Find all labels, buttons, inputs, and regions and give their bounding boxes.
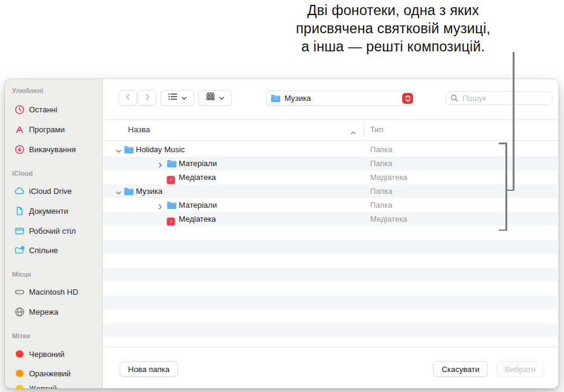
cloud-icon	[14, 186, 25, 196]
column-header-type[interactable]: Тип	[370, 125, 383, 134]
cancel-button[interactable]: Скасувати	[433, 361, 488, 377]
table-row[interactable]: Матеріали Папка	[103, 198, 559, 212]
callout-pointer-jog	[506, 190, 514, 191]
column-header-name[interactable]: Назва	[128, 125, 150, 134]
header-separator	[103, 140, 559, 141]
music-folder-icon: ♪	[271, 94, 281, 103]
main-area: ♪ Музика Назва Тип	[103, 79, 559, 388]
group-by-icon	[205, 92, 216, 103]
table-row[interactable]: ♪ Медіатека Медіатека	[103, 212, 559, 226]
chevron-down-icon	[219, 92, 225, 103]
app-store-icon	[14, 124, 25, 135]
sidebar-item-applications[interactable]: Програми	[5, 124, 103, 135]
music-app-icon: ♪	[167, 214, 175, 226]
folder-icon	[124, 187, 134, 198]
document-icon	[14, 206, 25, 216]
sidebar-item-shared[interactable]: Спільне	[5, 245, 103, 255]
folder-icon	[167, 159, 177, 170]
list-view-icon	[168, 92, 178, 103]
sidebar-item-recents[interactable]: Останні	[5, 104, 103, 115]
chevron-down-icon	[181, 92, 187, 103]
chevron-left-icon	[124, 92, 132, 103]
sidebar-item-tag-orange[interactable]: Оранжевий	[5, 368, 103, 379]
callout-pointer-line	[513, 52, 514, 190]
location-popup-button[interactable]: ♪ Музика	[266, 91, 415, 106]
footer-separator	[103, 347, 559, 347]
search-icon	[450, 94, 458, 102]
red-tag-dot-icon	[16, 350, 24, 358]
screenshot: Дві фонотеки, одна з яких присвячена свя…	[0, 0, 564, 392]
sidebar-item-desktop[interactable]: Робочий стіл	[5, 225, 103, 236]
section-tags: Мітки	[12, 332, 30, 339]
clock-icon	[14, 104, 25, 115]
back-button[interactable]	[118, 90, 137, 106]
shared-folder-icon	[14, 245, 25, 255]
music-app-icon: ♪	[167, 173, 175, 184]
globe-icon	[14, 307, 25, 317]
chevron-right-icon	[144, 92, 151, 103]
sidebar: Улюблені Останні Програми Викачування iC…	[5, 79, 103, 388]
download-circle-icon	[14, 144, 25, 155]
sort-ascending-icon[interactable]	[350, 127, 356, 138]
forward-button[interactable]	[138, 90, 156, 106]
bracket-top-serif	[499, 143, 507, 144]
new-folder-button[interactable]: Нова папка	[120, 361, 178, 377]
callout-line-3: а інша — решті композицій.	[251, 37, 535, 56]
disclosure-right-icon[interactable]	[157, 202, 164, 213]
table-row[interactable]: Holiday Music Папка	[103, 143, 559, 156]
table-row[interactable]: Матеріали Папка	[103, 156, 559, 170]
callout-line-2: присвячена святковій музиці,	[251, 19, 535, 37]
sidebar-item-tag-yellow[interactable]: Жовтий	[5, 383, 103, 388]
disclosure-down-icon[interactable]	[115, 146, 122, 157]
list-view-menu-button[interactable]	[161, 90, 194, 106]
toolbar-separator	[103, 120, 559, 120]
folder-icon	[124, 146, 134, 156]
file-list: Holiday Music Папка Матеріали Папка ♪ Ме…	[103, 143, 559, 347]
sidebar-item-macintosh-hd[interactable]: Macintosh HD	[5, 286, 103, 297]
popup-stepper-icon[interactable]	[402, 93, 413, 104]
yellow-tag-dot-icon	[16, 385, 24, 389]
finder-dialog: Улюблені Останні Програми Викачування iC…	[5, 79, 559, 388]
sidebar-item-network[interactable]: Мережа	[5, 306, 103, 317]
hard-drive-icon	[14, 287, 25, 297]
column-divider[interactable]	[364, 123, 364, 136]
sidebar-item-icloud-drive[interactable]: iCloud Drive	[5, 185, 103, 196]
sidebar-item-documents[interactable]: Документи	[5, 205, 103, 216]
folder-icon	[167, 201, 177, 212]
section-places: Місця	[12, 271, 31, 278]
table-row[interactable]: ♪ Медіатека Медіатека	[103, 170, 559, 184]
orange-tag-dot-icon	[16, 370, 24, 378]
choose-button[interactable]: Вибрати	[496, 361, 544, 377]
search-field[interactable]	[446, 91, 553, 105]
bracket-vertical	[505, 143, 507, 231]
bracket-bottom-serif	[499, 230, 507, 231]
callout-text: Дві фонотеки, одна з яких присвячена свя…	[251, 1, 535, 56]
sidebar-item-tag-red[interactable]: Червоний	[5, 349, 103, 359]
group-menu-button[interactable]	[198, 90, 232, 106]
disclosure-right-icon[interactable]	[157, 160, 164, 171]
search-input[interactable]	[461, 93, 542, 103]
section-icloud: iCloud	[12, 170, 33, 177]
section-favorites: Улюблені	[12, 87, 43, 94]
callout-line-1: Дві фонотеки, одна з яких	[251, 1, 535, 19]
table-row[interactable]: Музика Папка	[103, 184, 559, 198]
sidebar-item-downloads[interactable]: Викачування	[5, 144, 103, 155]
desktop-icon	[14, 226, 25, 236]
disclosure-down-icon[interactable]	[115, 188, 122, 199]
location-label: Музика	[284, 94, 311, 103]
